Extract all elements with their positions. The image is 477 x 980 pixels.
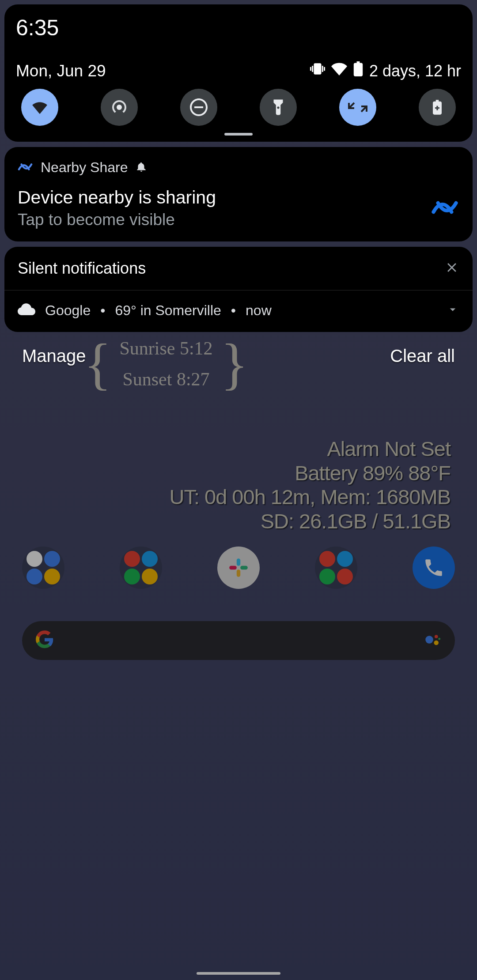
silent-item-app: Google [45,302,91,319]
notification-nearby-share[interactable]: Nearby Share Device nearby is sharing Ta… [4,147,473,241]
battery-status-icon [353,61,363,80]
quick-settings-panel: 6:35 Mon, Jun 29 2 days, 12 hr [4,4,473,142]
cloud-icon [18,302,35,319]
silent-item-google-weather[interactable]: Google • 69° in Somerville • now [4,290,473,332]
silent-header: Silent notifications [18,259,146,278]
qs-tile-flashlight[interactable] [260,89,297,126]
silent-notifications-card: Silent notifications Google • 69° in Som… [4,247,473,332]
shade-actions: Manage Clear all [4,337,473,366]
qs-tile-hotspot[interactable] [101,89,138,126]
manage-button[interactable]: Manage [22,346,86,366]
alerting-bell-icon [136,161,147,174]
notif-title: Device nearby is sharing [18,187,216,208]
qs-tile-autorotate[interactable] [339,89,376,126]
wifi-status-icon [331,61,347,81]
qs-tile-battery-saver[interactable] [419,89,456,126]
shade-drag-handle[interactable] [224,133,253,136]
nearby-share-large-icon [430,197,459,219]
clear-all-button[interactable]: Clear all [390,346,455,366]
silent-item-text: 69° in Somerville [115,302,221,319]
status-icons: 2 days, 12 hr [310,61,461,81]
qs-tiles-row [21,89,456,126]
qs-tile-wifi[interactable] [21,89,58,126]
vibrate-icon [310,61,325,80]
battery-estimate[interactable]: 2 days, 12 hr [369,62,461,80]
qs-date[interactable]: Mon, Jun 29 [16,62,106,80]
notification-shade: 6:35 Mon, Jun 29 2 days, 12 hr [0,0,477,980]
silent-item-time: now [246,302,272,319]
qs-tile-dnd[interactable] [180,89,217,126]
dismiss-silent-icon[interactable] [444,260,459,277]
svg-point-8 [117,105,122,110]
chevron-down-icon[interactable] [446,303,459,318]
status-time: 6:35 [16,15,461,41]
notif-app-name: Nearby Share [41,159,128,176]
notif-subtitle: Tap to become visible [18,211,216,229]
nearby-share-icon [18,161,33,175]
